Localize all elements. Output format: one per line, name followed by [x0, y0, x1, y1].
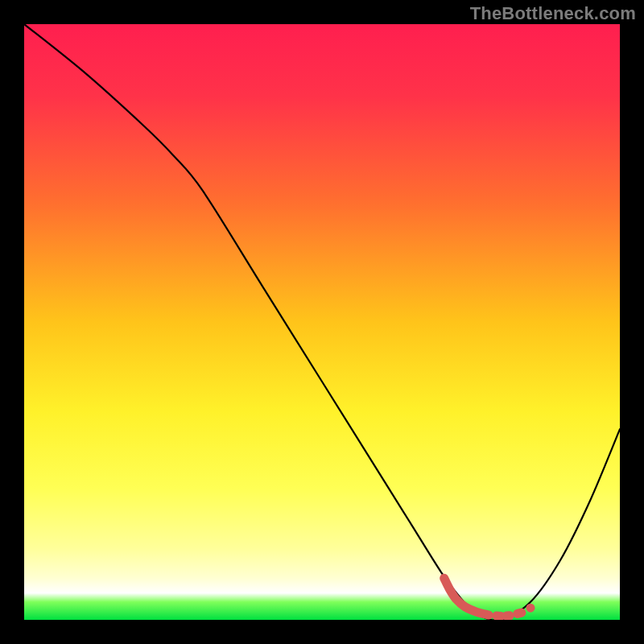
bottleneck-chart	[24, 24, 620, 620]
optimal-range-dashes	[497, 613, 522, 616]
heat-background	[24, 24, 620, 620]
svg-line-2	[518, 613, 522, 613]
optimal-range-endpoint	[526, 604, 535, 613]
chart-frame	[24, 24, 620, 620]
svg-line-0	[497, 616, 501, 617]
watermark-text: TheBottleneck.com	[470, 3, 636, 24]
